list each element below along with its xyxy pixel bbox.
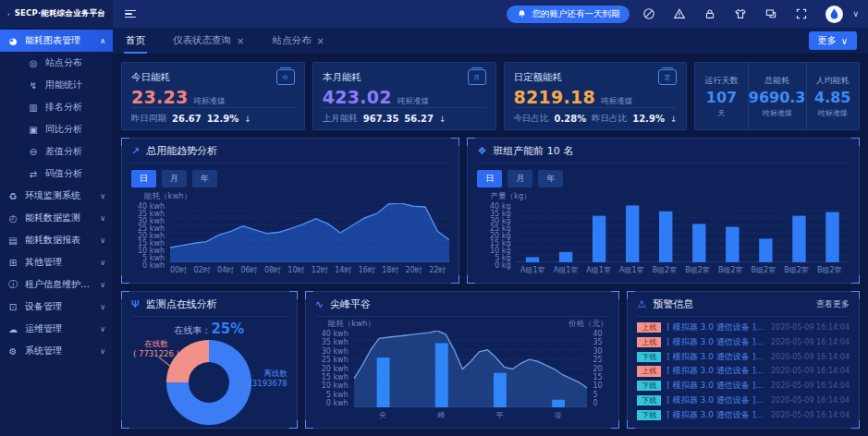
sidebar-nav: ◕ 能耗图表管理 ∧ ◎ 站点分布 ↯ 用能统计 ▥ 排名分析 ▣ 同比分析 ⊖ (0, 28, 113, 436)
down-arrow-icon: ↓ (670, 115, 678, 124)
status-badge: 下线 (637, 410, 661, 420)
chevron-down-icon: ∨ (100, 192, 105, 200)
more-tabs-button[interactable]: 更多 ∨ (809, 31, 857, 50)
panel-title: 预警信息 (653, 297, 693, 311)
sidebar-item-code-value-analysis[interactable]: ⇄ 码值分析 (0, 163, 113, 185)
menu-toggle-icon[interactable] (122, 7, 139, 21)
team-tab-month[interactable]: 月 (507, 170, 532, 188)
close-icon[interactable]: × (237, 36, 244, 46)
sidebar-item-device-management[interactable]: ⊡ 设备管理 ∨ (0, 296, 113, 318)
grid-icon: ⊞ (7, 258, 18, 268)
sidebar-item-tenant-info-management[interactable]: ⓘ 租户信息维护管理 ∨ (0, 273, 113, 296)
device-icon: ⊡ (7, 302, 18, 312)
online-count-label: 在线数 ( 7731226 ) (133, 339, 179, 360)
panel-peak-valley: ∿ 尖峰平谷 能耗（kwh） 价格（元） 40 kwh35 kwh30 kwh2… (305, 291, 620, 429)
card-value: 23.23 (131, 87, 189, 107)
panel-title: 监测点在线分析 (146, 297, 217, 311)
x-axis-labels: 00时02时04时06时08时10时12时14时16时18时20时22时 (131, 262, 449, 275)
status-badge: 上线 (637, 322, 661, 333)
card-value: 423.02 (323, 87, 392, 107)
y-axis-labels: 40 kwh35 kwh30 kwh25 kwh20 kwh15 kwh10 k… (131, 203, 170, 262)
alert-row[interactable]: 下线[ 模拟器 3.0 通信设备 ] 模拟器 3.0...2020-05-09 … (637, 352, 850, 362)
chevron-down-icon: ∨ (100, 259, 105, 267)
summary-panel: 运行天数 107 天 总能耗 9690.3 吨标准煤 人均能耗 4.85 吨标准… (694, 62, 860, 130)
trend-tab-year[interactable]: 年 (192, 170, 217, 188)
fullscreen-icon[interactable] (794, 7, 808, 21)
tab-meter-status[interactable]: 仪表状态查询 × (171, 29, 246, 54)
cloud-icon: ☁ (7, 324, 18, 334)
alert-row[interactable]: 下线[ 模拟器 3.0 通信设备 ] 模拟器 3.0...2020-05-09 … (637, 410, 850, 420)
alert-list: 上线[ 模拟器 3.0 通信设备 ] 模拟器 3.0...2020-05-09 … (637, 317, 850, 420)
chevron-down-icon[interactable]: ∨ (852, 9, 859, 18)
switch-windows-icon[interactable] (764, 7, 777, 21)
sidebar-item-ranking-analysis[interactable]: ▥ 排名分析 (0, 96, 113, 118)
status-badge: 上线 (637, 337, 661, 347)
status-badge: 下线 (637, 381, 661, 391)
account-expiry-notification[interactable]: 您的账户还有一天到期 (507, 6, 630, 23)
sidebar-item-system-management[interactable]: ⚙ 系统管理 ∨ (0, 340, 113, 362)
gauge-icon: ◴ (7, 213, 18, 224)
card-today-energy: 今日能耗今 23.23吨标准煤 昨日同期26.67 12.9%↓ (121, 62, 305, 130)
sidebar-item-energy-data-monitoring[interactable]: ◴ 能耗数据监测 ∨ (0, 207, 113, 229)
trend-tab-day[interactable]: 日 (131, 170, 156, 188)
sidebar-item-ops-management[interactable]: ☁ 运维管理 ∨ (0, 318, 113, 340)
sidebar-item-environment-monitoring[interactable]: ♻ 环境监测系统 ∨ (0, 185, 113, 207)
user-avatar[interactable] (825, 6, 843, 23)
card-value: 8219.18 (514, 87, 596, 107)
down-arrow-icon: ↓ (439, 115, 446, 124)
tab-site-distribution[interactable]: 站点分布 × (270, 29, 325, 54)
sidebar-item-difference-analysis[interactable]: ⊖ 差值分析 (0, 140, 113, 163)
view-more-link[interactable]: 查看更多 (816, 298, 850, 310)
status-badge: 下线 (637, 395, 661, 406)
team-tab-year[interactable]: 年 (538, 170, 563, 188)
trend-tab-month[interactable]: 月 (162, 170, 187, 188)
stat-per-capita-energy: 人均能耗 4.85 吨标准煤 (806, 63, 860, 129)
alert-row[interactable]: 下线[ 模拟器 3.0 通信设备 ] 模拟器 3.0...2020-05-09 … (637, 381, 850, 391)
right-y-axis-labels: 4035302520151050 (587, 331, 609, 407)
line-chart-icon: ↗ (131, 145, 140, 157)
sidebar-item-energy-data-report[interactable]: ▤ 能耗数据报表 ∨ (0, 229, 113, 251)
lock-icon[interactable] (703, 7, 716, 21)
close-icon[interactable]: × (316, 36, 324, 46)
right-axis-title: 价格（元） (556, 319, 610, 330)
down-arrow-icon: ↓ (244, 115, 251, 124)
sidebar-item-energy-charts[interactable]: ◕ 能耗图表管理 ∧ (0, 30, 113, 52)
y-axis-labels: 40 kg35 kg30 kg25 kg20 kg15 kg10 kg5 kg0… (477, 203, 516, 262)
peak-valley-combo-chart (354, 331, 588, 407)
swap-icon: ⇄ (28, 169, 39, 179)
warning-icon[interactable] (672, 7, 686, 21)
alert-row[interactable]: 下线[ 模拟器 3.0 通信设备 ] 模拟器 3.0...2020-05-09 … (637, 395, 850, 406)
app-logo: SECP·能耗综合业务平台 (0, 0, 113, 28)
app-window: SECP·能耗综合业务平台 ◕ 能耗图表管理 ∧ ◎ 站点分布 ↯ 用能统计 ▥… (0, 0, 868, 436)
compare-icon: ▣ (28, 125, 39, 135)
alert-row[interactable]: 上线[ 模拟器 3.0 通信设备 ] 模拟器 3.0...2020-05-09 … (637, 337, 850, 347)
gear-icon: ⚙ (7, 346, 18, 357)
status-badge: 下线 (637, 352, 661, 362)
tab-home[interactable]: 首页 (124, 29, 147, 54)
y-axis-title: 产量（kg） (477, 191, 850, 202)
theme-icon[interactable] (642, 7, 655, 21)
alert-row[interactable]: 上线[ 模拟器 3.0 通信设备 ] 模拟器 3.0...2020-05-09 … (637, 366, 850, 376)
card-daily-quota-energy: 日定额能耗定 8219.18吨标准煤 今日占比0.28% 昨日占比12.9%↓ (504, 62, 688, 130)
shirt-icon[interactable] (733, 7, 747, 21)
calendar-quota-icon: 定 (658, 69, 677, 85)
card-title: 今日能耗 (131, 71, 170, 84)
card-title: 本月能耗 (323, 71, 361, 84)
sidebar-item-energy-statistics[interactable]: ↯ 用能统计 (0, 74, 113, 96)
sidebar-item-site-distribution[interactable]: ◎ 站点分布 (0, 52, 113, 74)
donut-ring (166, 341, 251, 426)
panel-title: 总用能趋势分析 (146, 144, 217, 158)
team-tab-day[interactable]: 日 (477, 170, 502, 188)
alert-row[interactable]: 上线[ 模拟器 3.0 通信设备 ] 模拟器 3.0...2020-05-09 … (637, 322, 850, 333)
card-title: 日定额能耗 (514, 71, 563, 84)
online-rate-value: 25% (211, 321, 244, 337)
chevron-down-icon: ∨ (100, 236, 105, 245)
sidebar-item-yoy-analysis[interactable]: ▣ 同比分析 (0, 118, 113, 140)
offline-count-label: 离线数 23193678 (247, 369, 287, 390)
bar-chart-icon: ▥ (28, 103, 39, 113)
lightning-icon: ↯ (28, 80, 39, 91)
sidebar-item-other-management[interactable]: ⊞ 其他管理 ∨ (0, 251, 113, 273)
leaf-icon: ♻ (7, 191, 18, 201)
panel-title: 班组产能前 10 名 (493, 144, 573, 158)
calendar-today-icon: 今 (276, 69, 295, 85)
